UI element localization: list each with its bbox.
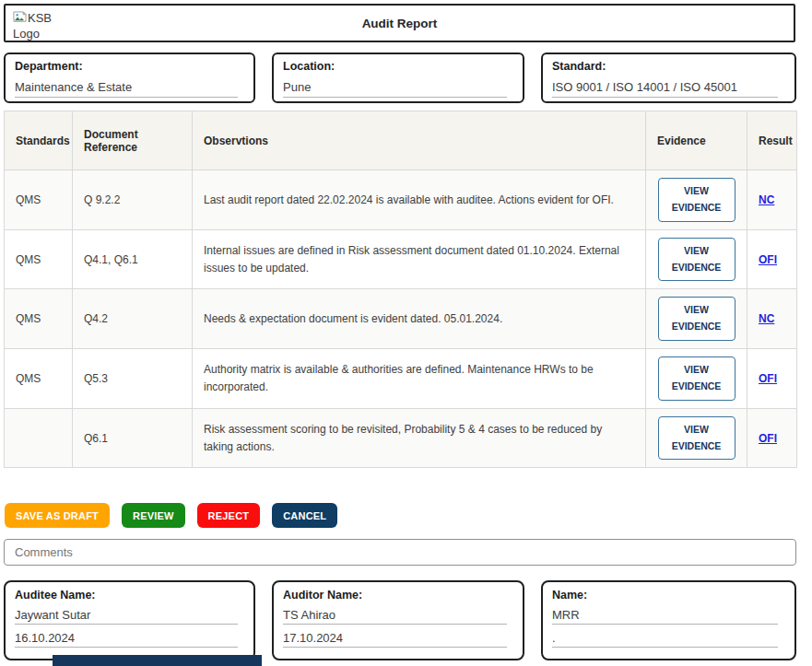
col-observations: Observtions xyxy=(193,111,646,170)
observation-cell: Internal issues are defined in Risk asse… xyxy=(193,229,646,289)
table-row: QMS Q 9.2.2 Last audit report dated 22.0… xyxy=(5,170,797,230)
standard-cell: QMS xyxy=(5,289,73,349)
col-doc-ref: Document Reference xyxy=(73,111,193,170)
observation-cell: Authority matrix is available & authorit… xyxy=(193,349,646,409)
result-link[interactable]: OFI xyxy=(759,432,777,445)
standard-value[interactable]: ISO 9001 / ISO 14001 / ISO 45001 xyxy=(552,80,778,98)
standard-cell: QMS xyxy=(5,349,73,409)
standard-label: Standard: xyxy=(552,60,785,73)
name-value[interactable]: MRR xyxy=(552,608,778,625)
mrr-signature-box: Name: MRR . xyxy=(541,580,796,660)
view-evidence-button[interactable]: VIEW EVIDENCE xyxy=(658,356,736,401)
view-evidence-button[interactable]: VIEW EVIDENCE xyxy=(658,416,736,461)
doc-ref-cell: Q4.2 xyxy=(73,289,193,349)
view-evidence-button[interactable]: VIEW EVIDENCE xyxy=(658,297,736,341)
result-link[interactable]: OFI xyxy=(759,372,777,385)
partial-footer-bar xyxy=(53,655,262,666)
doc-ref-cell: Q 9.2.2 xyxy=(73,170,193,230)
view-evidence-button[interactable]: VIEW EVIDENCE xyxy=(658,178,736,222)
auditee-name-label: Auditee Name: xyxy=(15,589,244,602)
standard-cell: QMS xyxy=(5,229,73,289)
result-link[interactable]: OFI xyxy=(759,253,777,266)
department-value[interactable]: Maintenance & Estate xyxy=(15,80,238,98)
doc-ref-cell: Q5.3 xyxy=(73,349,193,409)
location-value[interactable]: Pune xyxy=(283,80,507,98)
table-row: Q6.1 Risk assessment scoring to be revis… xyxy=(5,408,797,468)
auditor-date-value[interactable]: 17.10.2024 xyxy=(283,631,507,648)
observation-cell: Needs & expectation document is evident … xyxy=(193,289,646,349)
auditee-name-value[interactable]: Jaywant Sutar xyxy=(15,608,238,625)
standard-field: Standard: ISO 9001 / ISO 14001 / ISO 450… xyxy=(541,53,796,103)
table-row: QMS Q5.3 Authority matrix is available &… xyxy=(5,349,797,409)
col-result: Result xyxy=(747,111,797,170)
doc-ref-cell: Q4.1, Q6.1 xyxy=(73,229,193,289)
standard-cell: QMS xyxy=(5,170,73,230)
auditor-name-label: Auditor Name: xyxy=(283,589,513,602)
table-row: QMS Q4.2 Needs & expectation document is… xyxy=(5,289,797,349)
col-standards: Standards xyxy=(5,111,73,170)
review-button[interactable]: REVIEW xyxy=(122,503,185,528)
cancel-button[interactable]: CANCEL xyxy=(272,503,337,528)
observations-table: Standards Document Reference Observtions… xyxy=(4,111,797,468)
action-button-row: SAVE AS DRAFT REVIEW REJECT CANCEL xyxy=(5,503,337,528)
result-link[interactable]: NC xyxy=(759,193,774,206)
date-value[interactable]: . xyxy=(552,631,778,648)
comments-input[interactable] xyxy=(4,539,796,566)
auditee-date-value[interactable]: 16.10.2024 xyxy=(15,631,238,648)
auditee-signature-box: Auditee Name: Jaywant Sutar 16.10.2024 xyxy=(4,580,255,660)
view-evidence-button[interactable]: VIEW EVIDENCE xyxy=(658,238,736,282)
standard-cell xyxy=(5,408,73,468)
department-label: Department: xyxy=(15,60,244,73)
location-label: Location: xyxy=(283,60,513,73)
location-field: Location: Pune xyxy=(272,53,524,103)
result-link[interactable]: NC xyxy=(759,312,774,325)
observation-cell: Last audit report dated 22.02.2024 is av… xyxy=(193,170,646,230)
table-header-row: Standards Document Reference Observtions… xyxy=(5,111,797,170)
observation-cell: Risk assessment scoring to be revisited,… xyxy=(193,408,646,468)
col-evidence: Evidence xyxy=(646,111,747,170)
save-as-draft-button[interactable]: SAVE AS DRAFT xyxy=(5,503,110,528)
page-title: Audit Report xyxy=(6,17,794,30)
department-field: Department: Maintenance & Estate xyxy=(4,53,255,103)
report-header: KSB Logo Audit Report xyxy=(4,4,795,42)
table-row: QMS Q4.1, Q6.1 Internal issues are defin… xyxy=(5,229,797,289)
auditor-signature-box: Auditor Name: TS Ahirao 17.10.2024 xyxy=(272,580,524,660)
auditor-name-value[interactable]: TS Ahirao xyxy=(283,608,507,625)
name-label: Name: xyxy=(552,589,785,602)
doc-ref-cell: Q6.1 xyxy=(73,408,193,468)
reject-button[interactable]: REJECT xyxy=(197,503,261,528)
